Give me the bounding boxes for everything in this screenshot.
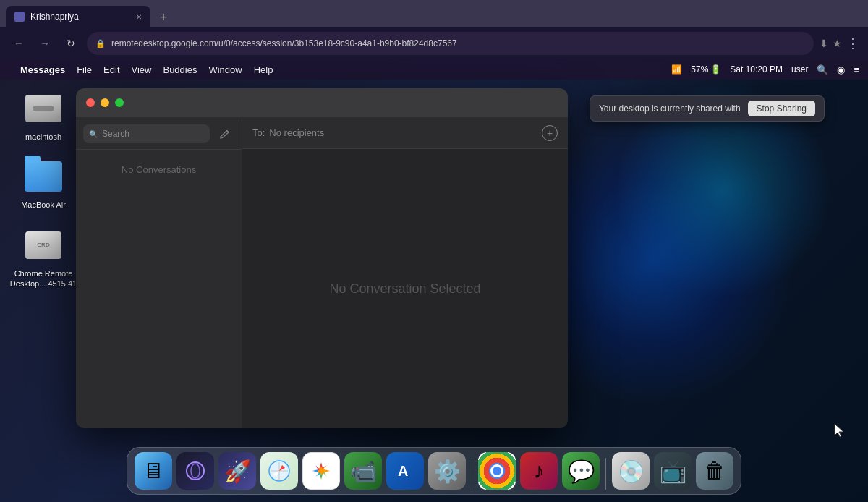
menu-help[interactable]: Help <box>254 64 273 75</box>
crd-label: Chrome Remote Desktop....4515.41 <box>10 268 77 289</box>
svg-point-1 <box>191 464 200 478</box>
recipients-input[interactable]: No recipients <box>269 127 537 138</box>
messages-sidebar: 🔍 Search No Conversations <box>76 117 242 428</box>
compose-button[interactable] <box>216 124 234 143</box>
dock-appstore[interactable]: A <box>386 452 424 490</box>
control-center-icon[interactable]: ≡ <box>854 64 859 75</box>
svg-text:A: A <box>398 463 408 479</box>
wifi-icon: 📶 <box>671 64 682 75</box>
no-conversations-text: No Conversations <box>76 150 242 428</box>
dock-settings[interactable]: ⚙️ <box>428 452 466 490</box>
battery-icon: 🔋 <box>710 64 721 75</box>
messages-titlebar <box>76 88 568 117</box>
dock-safari[interactable] <box>260 452 298 490</box>
messages-body: 🔍 Search No Conversations <box>76 117 568 428</box>
folder-graphic <box>25 161 62 192</box>
spotlight-search-icon[interactable]: 🔍 <box>817 64 828 75</box>
clock: Sat 10:20 PM <box>730 64 783 75</box>
dock-siri[interactable] <box>176 452 214 490</box>
menu-window[interactable]: Window <box>208 64 242 75</box>
messages-main-area: To: No recipients + No Conversation Sele… <box>242 117 568 428</box>
dock-disk1[interactable]: 💿 <box>612 452 650 490</box>
new-tab-button[interactable]: + <box>153 7 174 27</box>
tab-bar: Krishnapriya ✕ + <box>0 0 868 27</box>
back-button[interactable]: ← <box>9 33 29 54</box>
mac-menubar: Messages File Edit View Buddies Window H… <box>0 59 868 80</box>
menubar-right: 📶 57% 🔋 Sat 10:20 PM user 🔍 ◉ ≡ <box>671 64 859 75</box>
reload-button[interactable]: ↻ <box>61 33 81 54</box>
dock-screen-capture[interactable]: 📺 <box>654 452 692 490</box>
minimize-button[interactable] <box>101 98 109 107</box>
tab-favicon <box>14 12 25 22</box>
menu-buddies[interactable]: Buddies <box>163 64 197 75</box>
url-text: remotedesktop.google.com/u/0/access/sess… <box>111 38 457 48</box>
sharing-text: Your desktop is currently shared with <box>599 103 741 114</box>
sharing-notification: Your desktop is currently shared with St… <box>590 95 825 122</box>
dock-launchpad[interactable]: 🚀 <box>218 452 256 490</box>
macbook-air-label: MacBook Air <box>21 200 66 210</box>
fullscreen-button[interactable] <box>115 98 124 107</box>
mouse-cursor <box>832 422 846 437</box>
dock-chrome[interactable] <box>478 452 516 490</box>
macintosh-hdd-image <box>23 88 64 129</box>
toolbar-icons: ⬇ ★ ⋮ <box>820 35 859 51</box>
menu-edit[interactable]: Edit <box>103 64 119 75</box>
tab-close-button[interactable]: ✕ <box>136 13 142 21</box>
dock-facetime[interactable]: 📹 <box>344 452 382 490</box>
tab-title: Krishnapriya <box>30 12 79 22</box>
mac-desktop: Messages File Edit View Buddies Window H… <box>0 59 868 502</box>
dock-trash[interactable]: 🗑 <box>696 452 733 490</box>
dock-separator-2 <box>605 458 606 490</box>
siri-icon[interactable]: ◉ <box>837 64 845 75</box>
macintosh-hdd-icon[interactable]: macintosh <box>14 88 72 142</box>
to-bar: To: No recipients + <box>242 117 568 149</box>
active-tab[interactable]: Krishnapriya ✕ <box>6 6 150 27</box>
mac-dock: 🖥 🚀 📹 A ⚙️ ♪ 💬 💿 📺 <box>127 447 741 495</box>
macbook-air-icon[interactable]: MacBook Air <box>14 156 72 210</box>
dock-photos[interactable] <box>302 452 340 490</box>
battery-percent: 57% <box>691 64 708 75</box>
lock-icon: 🔒 <box>95 39 106 48</box>
dock-separator <box>472 458 472 490</box>
crd-image: CRD <box>23 225 64 265</box>
dock-messages[interactable]: 💬 <box>562 452 600 490</box>
bookmark-icon[interactable]: ★ <box>833 38 842 49</box>
no-conversation-selected: No Conversation Selected <box>242 149 568 428</box>
chrome-remote-desktop-icon[interactable]: CRD Chrome Remote Desktop....4515.41 <box>14 225 72 289</box>
search-placeholder: Search <box>102 129 129 139</box>
battery-indicator: 57% 🔋 <box>691 64 721 75</box>
search-bar[interactable]: 🔍 Search <box>83 124 210 143</box>
forward-button[interactable]: → <box>35 33 55 54</box>
address-bar[interactable]: 🔒 remotedesktop.google.com/u/0/access/se… <box>87 32 814 55</box>
menu-view[interactable]: View <box>132 64 152 75</box>
search-icon: 🔍 <box>89 130 98 138</box>
to-label: To: <box>252 127 265 138</box>
menu-file[interactable]: File <box>77 64 92 75</box>
svg-point-0 <box>187 462 204 480</box>
desktop-icons: macintosh MacBook Air CRD Chrome Remote … <box>14 88 72 289</box>
menu-messages[interactable]: Messages <box>20 64 65 75</box>
messages-window: 🔍 Search No Conversations <box>76 88 568 428</box>
sidebar-header: 🔍 Search <box>76 117 242 149</box>
add-recipient-button[interactable]: + <box>542 125 558 141</box>
dock-finder[interactable]: 🖥 <box>135 452 172 490</box>
hdd-graphic <box>25 95 61 122</box>
macintosh-hdd-label: macintosh <box>25 132 61 142</box>
dock-music[interactable]: ♪ <box>520 452 558 490</box>
chrome-toolbar: ← → ↻ 🔒 remotedesktop.google.com/u/0/acc… <box>0 27 868 59</box>
crd-graphic: CRD <box>25 231 61 259</box>
stop-sharing-button[interactable]: Stop Sharing <box>748 101 815 116</box>
menu-icon[interactable]: ⋮ <box>846 35 859 51</box>
macbook-air-image <box>23 156 64 197</box>
download-icon[interactable]: ⬇ <box>820 38 828 49</box>
username: user <box>791 64 808 75</box>
chrome-browser: Krishnapriya ✕ + ← → ↻ 🔒 remotedesktop.g… <box>0 0 868 502</box>
close-button[interactable] <box>86 98 95 107</box>
